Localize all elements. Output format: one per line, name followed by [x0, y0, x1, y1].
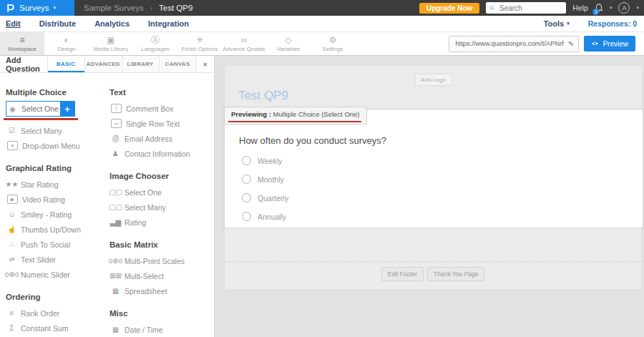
- search-box[interactable]: [486, 2, 566, 14]
- question-type-label: Single Row Text: [126, 119, 180, 128]
- question-type-item[interactable]: ▦ Date / Time +: [109, 322, 214, 337]
- question-text[interactable]: How often do you conduct surveys?: [239, 135, 643, 146]
- question-type-icon: ∴: [6, 240, 18, 248]
- question-type-icon: o⊕o: [109, 257, 122, 265]
- question-type-label: Select Many: [21, 127, 62, 135]
- footer-button[interactable]: Edit Footer: [381, 267, 424, 281]
- nav-link[interactable]: Integration: [148, 19, 189, 28]
- question-type-label: Multi-Select: [125, 272, 164, 280]
- question-type-item[interactable]: ★★ Star Rating +: [6, 177, 109, 192]
- upgrade-now-button[interactable]: Upgrade Now: [419, 3, 479, 14]
- panel-tab[interactable]: ADVANCED: [84, 56, 122, 72]
- survey-title[interactable]: Test QP9: [238, 89, 288, 103]
- toolbar-item-label: Finish Options: [181, 46, 218, 52]
- responses-count[interactable]: Responses: 0: [588, 19, 637, 28]
- add-question-plus-button[interactable]: +: [60, 102, 74, 116]
- toolbar-item[interactable]: ◐ Design: [44, 32, 89, 55]
- eye-icon: [591, 41, 599, 47]
- question-type-label: Select One: [21, 104, 59, 113]
- section-title: Misc: [109, 309, 214, 318]
- breadcrumb-separator-icon: ›: [150, 4, 152, 12]
- question-type-label: Constant Sum: [21, 324, 69, 333]
- panel-tab[interactable]: CANVAS: [159, 56, 197, 72]
- radio-icon[interactable]: [242, 212, 251, 221]
- toolbar-item-icon: ⚙: [329, 36, 337, 45]
- question-type-item[interactable]: ☑ Select Many +: [6, 123, 109, 138]
- radio-icon[interactable]: [242, 193, 251, 202]
- question-type-item[interactable]: ∴ Push To Social +: [6, 237, 109, 252]
- question-type-section: Image Chooser ▢▢ Select One + ▢▢ S: [109, 172, 214, 230]
- toolbar-item-icon: ◐: [64, 36, 69, 45]
- radio-icon[interactable]: [242, 175, 251, 184]
- question-type-label: Push To Social: [21, 240, 70, 249]
- question-type-icon: ☑: [6, 127, 18, 135]
- main-area: Add Question BASICADVANCEDLIBRARYCANVAS …: [0, 56, 644, 337]
- toolbar-item[interactable]: ◇ Variables: [266, 32, 311, 55]
- toolbar-item[interactable]: ≡ Workspace: [0, 32, 44, 55]
- panel-body: Multiple Choice ◉ Select One + ☑ S: [0, 73, 214, 337]
- question-type-item[interactable]: ⊠⊠ Multi-Select +: [109, 268, 214, 283]
- question-type-item[interactable]: Σ Constant Sum +: [6, 321, 109, 336]
- edit-url-pencil-icon[interactable]: ✎: [568, 40, 574, 48]
- radio-icon[interactable]: [242, 156, 251, 165]
- question-type-label: Text Slider: [21, 255, 56, 264]
- question-type-icon: ▢▢: [109, 188, 122, 196]
- question-type-item[interactable]: ◉ Select One +: [6, 101, 75, 117]
- nav-link[interactable]: Edit: [6, 19, 21, 28]
- answer-option[interactable]: Annually: [242, 212, 643, 221]
- question-type-item[interactable]: ♟ Contact Information +: [109, 146, 214, 161]
- search-icon: [489, 5, 495, 11]
- panel-header: Add Question BASICADVANCEDLIBRARYCANVAS …: [0, 56, 214, 73]
- question-type-item[interactable]: ▦ Spreadsheet +: [109, 283, 214, 298]
- question-type-item[interactable]: ▭ Single Row Text +: [109, 116, 214, 131]
- answer-option-label: Quarterly: [258, 194, 288, 202]
- toolbar-item[interactable]: Ⓐ Languages: [133, 32, 177, 55]
- close-icon[interactable]: ×: [197, 56, 214, 72]
- question-type-item[interactable]: o⊕o Numeric Slider +: [6, 267, 109, 282]
- question-type-label: Star Rating: [21, 180, 59, 189]
- section-title: Basic Matrix: [109, 240, 214, 250]
- question-type-item[interactable]: ▢▢ Select Many +: [109, 200, 214, 215]
- nav-link[interactable]: Analytics: [94, 19, 130, 28]
- question-type-icon: o⊕o: [6, 270, 18, 278]
- question-type-item[interactable]: ≡ Rank Order +: [6, 306, 109, 321]
- toolbar-item[interactable]: ✳ Finish Options: [177, 32, 222, 55]
- breadcrumb-parent[interactable]: Sample Surveys: [84, 4, 144, 12]
- question-type-item[interactable]: ▾ Drop-down Menu +: [6, 138, 109, 153]
- notifications-button[interactable]: 3: [595, 3, 603, 13]
- question-type-item[interactable]: @ Email Address +: [109, 131, 214, 146]
- question-type-item[interactable]: ▢▢ Select One +: [109, 185, 214, 200]
- question-type-item[interactable]: o⊕o Multi-Point Scales +: [109, 253, 214, 268]
- question-type-item[interactable]: I Comment Box +: [109, 101, 214, 116]
- add-logo-button[interactable]: Add Logo: [414, 74, 452, 86]
- tools-menu[interactable]: Tools ▾: [544, 19, 570, 28]
- question-type-label: Video Rating: [22, 195, 65, 204]
- toolbar-item-icon: ≡: [19, 36, 24, 45]
- question-type-item[interactable]: ⇌ Text Slider +: [6, 252, 109, 267]
- previewing-question-type: Multiple Choice (Select One): [273, 110, 360, 118]
- survey-url-input[interactable]: [454, 39, 565, 48]
- toolbar-item[interactable]: ▣ Media Library: [89, 32, 133, 55]
- panel-tab[interactable]: BASIC: [47, 56, 84, 72]
- toolbar-item[interactable]: ∞ Advance Quotas: [222, 32, 266, 55]
- question-type-item[interactable]: ☺ Smiley - Rating +: [6, 207, 109, 222]
- surveys-menu[interactable]: Surveys ▾: [0, 0, 74, 16]
- help-link[interactable]: Help: [572, 4, 588, 12]
- nav-link[interactable]: Distribute: [39, 19, 76, 28]
- chevron-down-icon[interactable]: ▾: [636, 5, 639, 11]
- footer-button[interactable]: Thank You Page: [427, 267, 484, 281]
- chevron-down-icon[interactable]: ▾: [610, 5, 613, 11]
- preview-button[interactable]: Preview: [584, 36, 635, 52]
- toolbar-item[interactable]: ⚙ Settings: [311, 32, 355, 55]
- answer-option[interactable]: Quarterly: [242, 193, 643, 202]
- panel-tab[interactable]: LIBRARY: [122, 56, 159, 72]
- question-type-item[interactable]: ▃▆ Rating +: [109, 215, 214, 230]
- search-input[interactable]: [498, 4, 562, 13]
- avatar[interactable]: A: [618, 2, 630, 14]
- section-items: ▢▢ Select One + ▢▢ Select Many + ▃▆: [109, 185, 214, 230]
- answer-option[interactable]: Monthly: [242, 175, 643, 184]
- answer-option-label: Weekly: [258, 157, 282, 165]
- answer-option[interactable]: Weekly: [242, 156, 643, 165]
- question-type-item[interactable]: ☝ Thumbs Up/Down +: [6, 222, 109, 237]
- question-type-item[interactable]: ▶ Video Rating +: [6, 192, 109, 207]
